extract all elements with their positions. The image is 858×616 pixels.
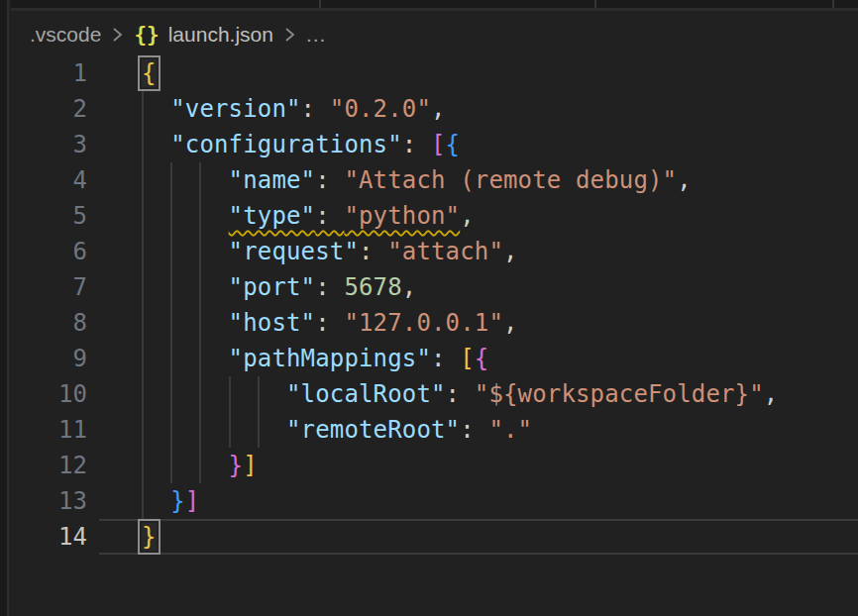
indent-guide <box>258 412 260 448</box>
code-token <box>142 487 170 515</box>
breadcrumb-item-file[interactable]: {} launch.json <box>134 23 273 47</box>
code-line[interactable]: 8 "host": "127.0.0.1", <box>11 305 858 341</box>
json-file-icon: {} <box>134 23 159 47</box>
tab-divider <box>319 0 321 8</box>
code-token: : <box>315 202 344 230</box>
line-number[interactable]: 14 <box>11 519 99 555</box>
line-number[interactable]: 9 <box>11 341 99 376</box>
code-token: "python" <box>344 202 460 230</box>
code-line-content[interactable]: "version": "0.2.0", <box>99 91 858 127</box>
code-token <box>142 345 229 372</box>
code-token: : <box>315 273 344 301</box>
code-line[interactable]: 13 }] <box>11 483 858 519</box>
line-number[interactable]: 13 <box>11 483 99 519</box>
indent-guide <box>229 412 231 448</box>
code-line-content[interactable]: { <box>99 55 858 91</box>
indent-guide <box>199 412 201 448</box>
line-number[interactable]: 6 <box>11 234 99 269</box>
code-line-content[interactable]: "remoteRoot": "." <box>99 412 858 448</box>
code-token: } <box>170 487 185 515</box>
indent-guide <box>199 234 201 269</box>
code-token: [ <box>460 345 475 372</box>
indent-guide <box>142 127 144 162</box>
indent-guide <box>170 412 172 448</box>
indent-guide <box>142 305 144 341</box>
code-token: { <box>475 345 489 372</box>
code-line-content[interactable]: "pathMappings": [{ <box>99 341 858 376</box>
line-number[interactable]: 8 <box>11 305 99 341</box>
code-line[interactable]: 14} <box>11 519 858 555</box>
code-token: { <box>446 131 461 158</box>
indent-guide <box>199 162 201 198</box>
line-number[interactable]: 3 <box>11 127 99 162</box>
indent-guide <box>199 376 201 412</box>
indent-guide <box>142 412 144 448</box>
indent-guide <box>170 341 172 376</box>
code-line[interactable]: 3 "configurations": [{ <box>11 127 858 162</box>
code-line-content[interactable]: "localRoot": "${workspaceFolder}", <box>99 376 858 412</box>
indent-guide <box>229 376 231 412</box>
breadcrumb-file-label: launch.json <box>168 23 273 47</box>
indent-guide <box>170 376 172 412</box>
code-token <box>142 202 229 230</box>
code-token: "remoteRoot" <box>286 416 460 444</box>
code-line-content[interactable]: }] <box>99 483 858 519</box>
code-token: , <box>764 380 779 408</box>
line-number[interactable]: 12 <box>11 448 99 483</box>
line-number[interactable]: 2 <box>11 91 99 127</box>
code-token: : <box>301 95 330 123</box>
code-token: : <box>315 166 344 194</box>
indent-guide <box>142 234 144 269</box>
code-token: , <box>460 202 475 230</box>
code-line[interactable]: 1{ <box>11 55 858 91</box>
line-number[interactable]: 5 <box>11 198 99 234</box>
code-line-content[interactable]: "type": "python", <box>99 198 858 234</box>
line-number[interactable]: 10 <box>11 376 99 412</box>
code-token: "configurations" <box>170 131 402 158</box>
code-token: "name" <box>229 166 316 194</box>
line-number[interactable]: 1 <box>11 55 99 91</box>
code-line[interactable]: 6 "request": "attach", <box>11 234 858 269</box>
code-token: : <box>446 380 475 408</box>
code-line-content[interactable]: "name": "Attach (remote debug)", <box>99 162 858 198</box>
code-line-content[interactable]: "host": "127.0.0.1", <box>99 305 858 341</box>
code-token: "127.0.0.1" <box>344 309 503 337</box>
code-token: "0.2.0" <box>330 95 431 123</box>
code-token: "attach" <box>387 238 503 265</box>
code-line[interactable]: 7 "port": 5678, <box>11 269 858 305</box>
breadcrumb-symbol-overflow[interactable]: ... <box>306 23 327 47</box>
code-line[interactable]: 2 "version": "0.2.0", <box>11 91 858 127</box>
breadcrumb-item-folder[interactable]: .vscode <box>30 23 101 47</box>
indent-guide <box>170 305 172 341</box>
code-line[interactable]: 9 "pathMappings": [{ <box>11 341 858 376</box>
line-number[interactable]: 11 <box>11 412 99 448</box>
code-token: "pathMappings" <box>229 345 431 372</box>
sidebar-edge <box>0 0 9 616</box>
indent-guide <box>142 91 144 127</box>
code-token <box>142 380 286 408</box>
code-line-content[interactable]: "request": "attach", <box>99 234 858 269</box>
code-editor[interactable]: 1{2 "version": "0.2.0",3 "configurations… <box>11 55 858 555</box>
code-line-content[interactable]: "port": 5678, <box>99 269 858 305</box>
line-number[interactable]: 4 <box>11 162 99 198</box>
line-number[interactable]: 7 <box>11 269 99 305</box>
code-line[interactable]: 5 "type": "python", <box>11 198 858 234</box>
code-token: "version" <box>170 95 300 123</box>
code-token: "Attach (remote debug)" <box>344 166 677 194</box>
chevron-right-icon <box>110 25 125 45</box>
code-token: , <box>677 166 692 194</box>
code-line-content[interactable]: }] <box>99 448 858 483</box>
code-token <box>142 452 229 479</box>
indent-guide <box>142 198 144 234</box>
indent-guide <box>199 305 201 341</box>
code-token: : <box>460 416 488 444</box>
indent-guide <box>199 448 201 483</box>
code-token: "host" <box>229 309 316 337</box>
code-line[interactable]: 11 "remoteRoot": "." <box>11 412 858 448</box>
code-line[interactable]: 10 "localRoot": "${workspaceFolder}", <box>11 376 858 412</box>
code-line-content[interactable]: } <box>99 519 858 555</box>
code-line[interactable]: 4 "name": "Attach (remote debug)", <box>11 162 858 198</box>
code-token: "type" <box>229 202 316 230</box>
code-line[interactable]: 12 }] <box>11 448 858 483</box>
code-line-content[interactable]: "configurations": [{ <box>99 127 858 162</box>
